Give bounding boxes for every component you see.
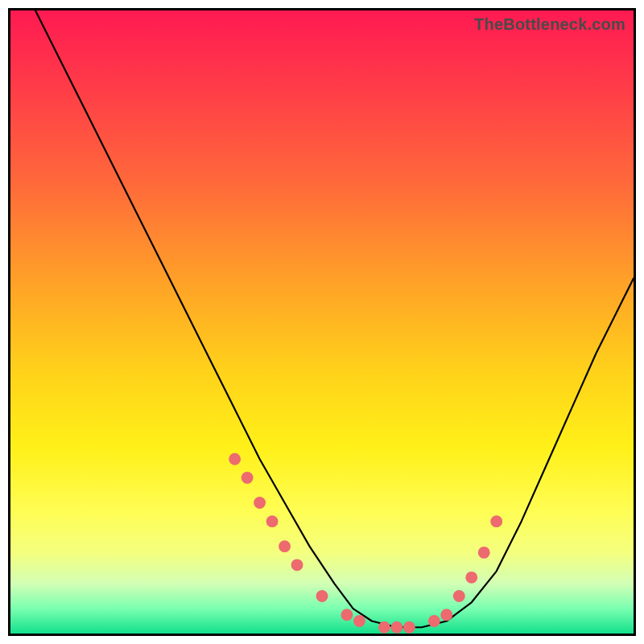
highlight-dot <box>378 621 390 634</box>
highlight-dot <box>440 609 452 621</box>
highlight-dot <box>353 615 365 627</box>
highlight-dot <box>254 497 266 509</box>
highlight-dot <box>341 609 353 621</box>
highlight-dot <box>316 590 328 602</box>
highlight-dot <box>229 453 241 465</box>
highlight-dot <box>490 515 502 527</box>
bottleneck-curve <box>35 10 634 627</box>
chart-frame: TheBottleneck.com <box>8 8 636 636</box>
chart-overlay-svg <box>10 10 634 634</box>
highlight-marker-group <box>229 453 502 634</box>
highlight-dot <box>291 559 303 571</box>
highlight-dot <box>279 540 291 552</box>
highlight-dot <box>428 615 440 627</box>
highlight-dot <box>266 515 279 527</box>
highlight-dot <box>478 547 490 559</box>
highlight-dot <box>403 621 415 634</box>
highlight-dot <box>242 472 254 484</box>
highlight-dot <box>390 621 402 634</box>
highlight-dot <box>453 590 465 602</box>
highlight-dot <box>465 572 477 584</box>
